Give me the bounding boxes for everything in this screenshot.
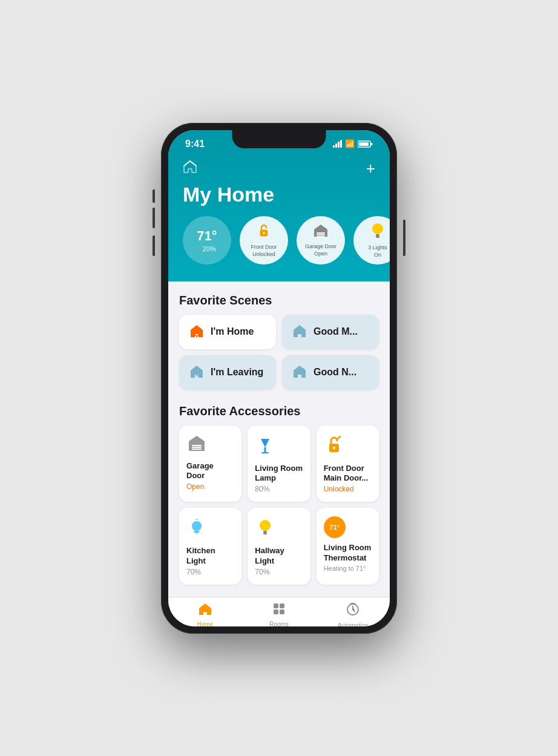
svg-rect-29: [263, 533, 267, 534]
svg-rect-9: [376, 234, 379, 236]
svg-rect-33: [280, 610, 284, 614]
svg-rect-7: [317, 236, 325, 237]
svg-rect-16: [192, 447, 202, 448]
svg-point-4: [263, 232, 265, 234]
phone-screen: 9:41 📶: [168, 130, 390, 626]
lights-icon: [370, 222, 386, 243]
signal-icon: [333, 140, 342, 148]
automation-tab-icon: [346, 602, 360, 620]
automation-tab-label: Automation: [338, 622, 369, 626]
svg-rect-18: [264, 447, 266, 452]
svg-rect-17: [192, 449, 202, 450]
good-morning-scene-button[interactable]: Good M...: [282, 315, 379, 349]
phone-frame: 9:41 📶: [161, 123, 397, 634]
garage-door-icon: [312, 223, 329, 242]
kitchen-light-accessory[interactable]: KitchenLight 70%: [179, 508, 241, 585]
favorite-scenes-section: Favorite Scenes: [179, 294, 379, 390]
status-row: 71° ↑ 20%: [183, 216, 375, 267]
front-door-lock-accessory[interactable]: Front DoorMain Door... Unlocked: [317, 426, 379, 502]
lamp-accessory-name: Living RoomLamp: [255, 464, 303, 484]
kitchen-light-accessory-status: 70%: [186, 568, 234, 576]
tab-bar: Home Rooms: [168, 597, 390, 626]
hallway-light-accessory-icon: [255, 516, 303, 541]
svg-point-8: [372, 223, 383, 234]
good-morning-label: Good M...: [313, 326, 358, 337]
weather-humidity: ↑ 20%: [198, 245, 216, 252]
rooms-tab[interactable]: Rooms: [242, 602, 316, 626]
svg-rect-25: [195, 532, 199, 533]
accessories-grid: GarageDoor Open: [179, 426, 379, 585]
front-door-lock-accessory-name: Front DoorMain Door...: [324, 464, 372, 484]
volume-down-button[interactable]: [153, 235, 155, 256]
garage-door-status-card[interactable]: Garage DoorOpen: [297, 216, 345, 265]
automation-tab[interactable]: Automation: [316, 602, 390, 626]
svg-rect-31: [280, 603, 284, 608]
main-content: + My Home 71° ↑ 20%: [168, 153, 390, 626]
svg-rect-5: [317, 232, 325, 234]
im-home-icon: [189, 323, 205, 341]
good-night-scene-button[interactable]: Good N...: [282, 355, 379, 390]
svg-point-12: [301, 328, 304, 330]
rooms-tab-label: Rooms: [269, 621, 289, 626]
svg-point-27: [260, 520, 271, 531]
volume-up-button[interactable]: [153, 208, 155, 228]
im-home-scene-button[interactable]: I'm Home: [179, 315, 276, 349]
front-door-status-card[interactable]: Front DoorUnlocked: [240, 216, 288, 265]
home-tab-label: Home: [197, 621, 214, 626]
garage-door-accessory-icon: [186, 434, 234, 456]
wifi-icon: 📶: [345, 139, 355, 148]
svg-rect-15: [192, 445, 202, 446]
im-leaving-scene-button[interactable]: I'm Leaving: [179, 355, 276, 390]
lights-label: 3 LightsOn: [366, 245, 390, 258]
weather-card[interactable]: 71° ↑ 20%: [183, 216, 231, 265]
home-nav-icon[interactable]: [183, 160, 197, 177]
good-night-icon: [292, 364, 307, 381]
favorite-scenes-title: Favorite Scenes: [179, 294, 379, 307]
thermostat-accessory-icon: 71°: [324, 516, 372, 538]
add-button[interactable]: +: [366, 159, 375, 178]
svg-rect-24: [194, 531, 200, 532]
svg-point-14: [303, 368, 304, 369]
im-leaving-icon: [189, 364, 205, 381]
rooms-tab-icon: [272, 602, 286, 619]
svg-rect-6: [317, 234, 325, 235]
home-tab-icon: [198, 602, 212, 619]
svg-rect-28: [263, 531, 267, 533]
garage-door-label: Garage DoorOpen: [303, 243, 339, 257]
power-button[interactable]: [403, 220, 405, 256]
kitchen-light-accessory-name: KitchenLight: [186, 546, 234, 567]
svg-rect-30: [274, 603, 278, 608]
front-door-lock-accessory-icon: [324, 434, 372, 459]
hallway-light-accessory-status: 70%: [255, 568, 303, 576]
good-night-label: Good N...: [313, 367, 356, 378]
main-section: Favorite Scenes: [168, 281, 390, 597]
svg-rect-10: [376, 236, 379, 238]
front-door-lock-accessory-status: Unlocked: [324, 485, 372, 493]
im-leaving-label: I'm Leaving: [211, 367, 263, 378]
im-home-label: I'm Home: [211, 326, 254, 337]
living-room-lamp-accessory[interactable]: Living RoomLamp 80%: [248, 426, 310, 502]
svg-rect-32: [274, 610, 278, 614]
thermostat-accessory-name: Living RoomThermostat: [324, 543, 372, 564]
front-door-lock-icon: [255, 222, 272, 243]
home-tab[interactable]: Home: [168, 602, 242, 626]
silent-button[interactable]: [153, 189, 155, 203]
notch: [232, 130, 326, 148]
garage-door-accessory-status: Open: [186, 482, 234, 491]
svg-rect-19: [261, 452, 269, 453]
living-room-thermostat-accessory[interactable]: 71° Living RoomThermostat Heating to 71°: [317, 508, 379, 585]
garage-door-accessory[interactable]: GarageDoor Open: [179, 426, 241, 502]
svg-point-23: [192, 521, 202, 531]
svg-rect-2: [371, 143, 373, 145]
hallway-light-accessory-name: HallwayLight: [255, 546, 303, 567]
favorite-accessories-title: Favorite Accessories: [179, 404, 379, 418]
svg-line-22: [338, 436, 340, 439]
kitchen-light-accessory-icon: [186, 516, 234, 541]
humidity-arrow: ↑: [198, 245, 202, 252]
weather-temp: 71°: [197, 228, 217, 244]
thermostat-accessory-status: Heating to 71°: [324, 565, 372, 572]
lights-status-card[interactable]: 3 LightsOn: [353, 216, 390, 265]
hallway-light-accessory[interactable]: HallwayLight 70%: [248, 508, 310, 585]
status-time: 9:41: [185, 139, 205, 150]
battery-icon: [358, 140, 373, 148]
